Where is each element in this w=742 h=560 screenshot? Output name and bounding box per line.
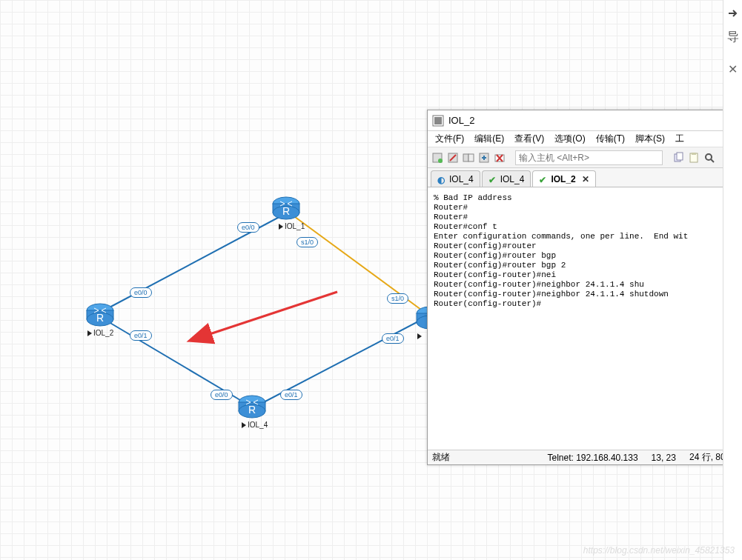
svg-rect-27 bbox=[468, 154, 474, 161]
menu-tool[interactable]: 工 bbox=[672, 133, 687, 145]
menu-script[interactable]: 脚本(S) bbox=[632, 133, 668, 145]
tb-icon-3[interactable] bbox=[462, 151, 475, 164]
check-icon: ✔ bbox=[539, 175, 548, 184]
tabs-row: ◐ IOL_4 ✔ IOL_4 ✔ IOL_2 ✕ bbox=[428, 168, 741, 187]
tab-iol4-b[interactable]: ✔ IOL_4 bbox=[482, 170, 531, 187]
info-icon: ◐ bbox=[437, 175, 446, 184]
router-iol1[interactable]: R bbox=[271, 194, 301, 224]
status-ready: 就绪 bbox=[432, 451, 450, 464]
host-input[interactable] bbox=[515, 150, 663, 165]
svg-text:R: R bbox=[282, 205, 290, 217]
tab-iol4-a[interactable]: ◐ IOL_4 bbox=[431, 170, 480, 187]
svg-rect-26 bbox=[463, 154, 468, 161]
iface-right-e01: e0/1 bbox=[382, 333, 404, 344]
status-pos: 13, 23 bbox=[652, 453, 676, 463]
menu-view[interactable]: 查看(V) bbox=[511, 133, 547, 145]
tab-label: IOL_2 bbox=[551, 174, 575, 184]
tab-label: IOL_4 bbox=[449, 174, 474, 184]
menu-bar: 文件(F) 编辑(E) 查看(V) 选项(O) 传输(T) 脚本(S) 工 bbox=[428, 131, 741, 147]
tab-close-icon[interactable]: ✕ bbox=[582, 174, 589, 184]
right-sidebar: 导 bbox=[723, 0, 742, 560]
svg-point-24 bbox=[438, 159, 443, 163]
terminal-title-text: IOL_2 bbox=[448, 115, 474, 126]
router-iol4[interactable]: R bbox=[237, 393, 267, 422]
tb-find-icon[interactable] bbox=[703, 151, 716, 164]
iface-iol4-e00: e0/0 bbox=[211, 390, 233, 400]
check-icon: ✔ bbox=[488, 175, 497, 184]
iface-right-s10: s1/0 bbox=[387, 293, 408, 304]
play-icon bbox=[87, 330, 92, 336]
iface-iol1-e00: e0/0 bbox=[237, 222, 259, 233]
sidebar-glyph[interactable] bbox=[723, 7, 742, 22]
svg-text:R: R bbox=[248, 404, 256, 416]
router-label-partial bbox=[417, 332, 423, 340]
watermark-text: https://blog.csdn.net/weixin_45821353 bbox=[583, 545, 735, 556]
terminal-window[interactable]: IOL_2 文件(F) 编辑(E) 查看(V) 选项(O) 传输(T) 脚本(S… bbox=[427, 110, 742, 465]
svg-rect-33 bbox=[692, 153, 696, 155]
svg-point-34 bbox=[706, 154, 712, 160]
tb-icon-4[interactable] bbox=[477, 151, 491, 164]
status-bar: 就绪 Telnet: 192.168.40.133 13, 23 24 行, 8… bbox=[428, 450, 741, 464]
tb-icon-1[interactable] bbox=[431, 151, 444, 164]
play-icon bbox=[279, 224, 283, 230]
menu-option[interactable]: 选项(O) bbox=[551, 133, 588, 145]
router-label-iol2: IOL_2 bbox=[87, 329, 113, 337]
tb-icon-2[interactable] bbox=[446, 151, 460, 164]
router-iol2[interactable]: R bbox=[85, 301, 115, 330]
iface-iol4-e01: e0/1 bbox=[280, 390, 302, 400]
menu-file[interactable]: 文件(F) bbox=[432, 133, 467, 145]
menu-trans[interactable]: 传输(T) bbox=[593, 133, 628, 145]
app-icon bbox=[432, 115, 444, 127]
menu-edit[interactable]: 编辑(E) bbox=[471, 133, 507, 145]
svg-rect-22 bbox=[434, 117, 442, 124]
iface-iol2-e00: e0/0 bbox=[130, 287, 152, 298]
iface-iol1-s10: s1/0 bbox=[297, 237, 318, 247]
terminal-titlebar[interactable]: IOL_2 bbox=[428, 110, 741, 131]
status-conn: Telnet: 192.168.40.133 bbox=[547, 453, 637, 463]
svg-line-35 bbox=[711, 159, 714, 162]
toolbar bbox=[428, 147, 741, 168]
iface-iol2-e01: e0/1 bbox=[130, 330, 152, 341]
router-label-iol1: IOL_1 bbox=[279, 222, 305, 230]
close-icon[interactable]: ✕ bbox=[728, 62, 738, 76]
svg-rect-31 bbox=[677, 153, 683, 160]
router-icon: R bbox=[85, 301, 115, 327]
router-icon: R bbox=[271, 194, 301, 221]
svg-text:R: R bbox=[96, 312, 104, 324]
router-icon: R bbox=[237, 393, 267, 419]
terminal-output[interactable]: % Bad IP address Router# Router# Router#… bbox=[428, 187, 741, 450]
play-icon bbox=[242, 422, 246, 428]
tab-iol2[interactable]: ✔ IOL_2 ✕ bbox=[532, 170, 595, 187]
tb-copy-icon[interactable] bbox=[672, 151, 685, 164]
tab-label: IOL_4 bbox=[500, 174, 525, 184]
sidebar-text: 导 bbox=[723, 30, 742, 45]
tb-icon-5[interactable] bbox=[493, 151, 506, 164]
tb-paste-icon[interactable] bbox=[687, 151, 700, 164]
play-icon bbox=[417, 333, 422, 339]
router-label-iol4: IOL_4 bbox=[242, 421, 268, 429]
